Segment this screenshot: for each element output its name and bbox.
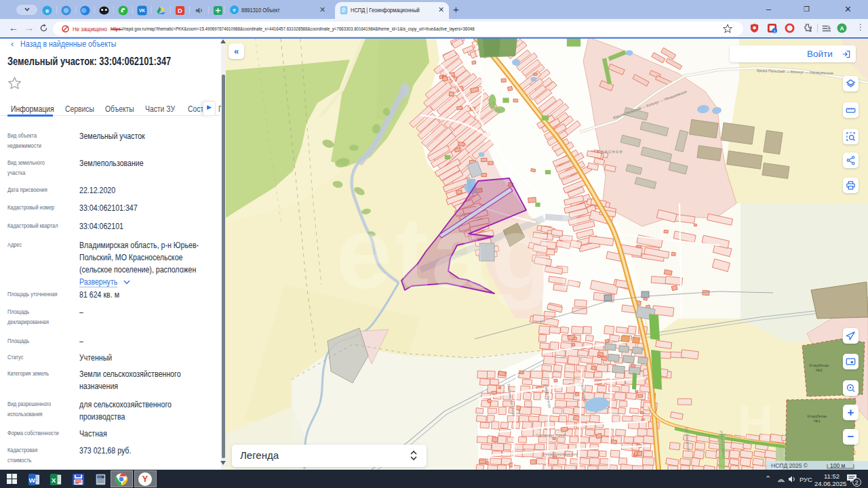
svg-text:etagi: etagi <box>336 196 587 310</box>
svg-text:№2: №2 <box>816 368 823 372</box>
svg-text:улица Дзержинского: улица Дзержинского <box>542 452 578 456</box>
svg-text:Н: Н <box>738 395 773 449</box>
svg-text:НСПД 2025 ©: НСПД 2025 © <box>771 462 808 469</box>
svg-text:X: X <box>52 476 56 484</box>
svg-text:D: D <box>178 7 182 14</box>
svg-text:e: e <box>45 7 49 14</box>
svg-text:№1: №1 <box>814 419 821 423</box>
svg-text:VK: VK <box>139 8 145 13</box>
svg-text:100 м: 100 м <box>830 462 846 469</box>
svg-text:Красное: Красное <box>597 148 623 155</box>
svg-text:A: A <box>840 25 844 32</box>
svg-text:Кладбище: Кладбище <box>808 414 827 418</box>
svg-text:e: e <box>233 7 236 13</box>
svg-text:Совхозная улица: Совхозная улица <box>536 433 566 437</box>
svg-text:Кладбище: Кладбище <box>810 363 829 367</box>
svg-text:W: W <box>28 476 35 484</box>
